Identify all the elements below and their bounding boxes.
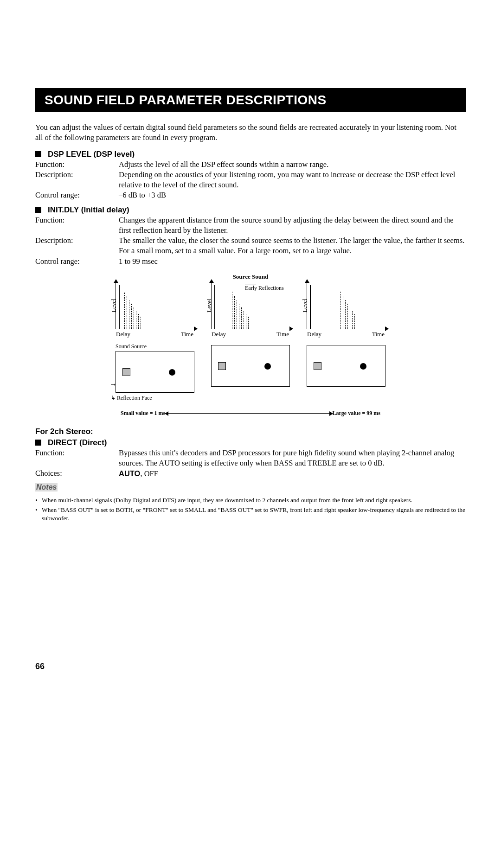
early-reflections-label: Early Reflections — [245, 281, 290, 291]
axis-level-label: Level — [301, 299, 308, 313]
manual-page: SOUND FIELD PARAMETER DESCRIPTIONS You c… — [0, 0, 501, 699]
label-function: Function: — [35, 160, 119, 170]
label-description: Description: — [35, 236, 119, 256]
param-dsp-description-row: Description: Depending on the acoustics … — [35, 170, 466, 191]
param-initdly-range-row: Control range: 1 to 99 msec — [35, 256, 466, 267]
value-function: Adjusts the level of all the DSP effect … — [119, 160, 466, 170]
initdly-diagram: Source Sound Level Delay Time — [107, 273, 394, 417]
param-dsp-function-row: Function: Adjusts the level of all the D… — [35, 160, 466, 170]
listener-icon — [264, 363, 271, 370]
axis-time-label: Time — [276, 331, 289, 338]
axis-delay-label: Delay — [307, 331, 321, 338]
square-bullet-icon — [35, 440, 41, 446]
label-range: Control range: — [35, 256, 119, 267]
note-item: When multi-channel signals (Dolby Digita… — [35, 496, 466, 504]
speaker-icon — [122, 368, 130, 376]
room-box-medium — [211, 345, 290, 387]
label-function: Function: — [35, 215, 119, 236]
sound-source-caption: Sound Source — [116, 343, 194, 350]
axis-time-label: Time — [181, 331, 193, 338]
axis-level-label: Level — [110, 299, 117, 313]
notes-header: Notes — [35, 483, 58, 491]
listener-icon — [169, 369, 175, 376]
value-choices: AUTO, OFF — [119, 468, 466, 479]
room-boxes-row: Sound Source → ↳ Reflection Face — [107, 329, 394, 402]
chart-small-delay: Level Delay Time — [116, 282, 194, 329]
chart-large-delay: Level Delay Time — [307, 282, 385, 329]
room-box-small: → — [116, 351, 194, 393]
speaker-icon — [314, 362, 321, 370]
intro-text: You can adjust the values of certain dig… — [35, 122, 466, 143]
reflection-arrow-icon: → — [109, 380, 117, 389]
room-box-large — [307, 345, 385, 387]
value-range-arrow: Small value = 1 ms Large value = 99 ms — [121, 410, 380, 417]
chart-medium-delay: Level Early Reflections Delay Time — [211, 282, 290, 329]
page-title: SOUND FIELD PARAMETER DESCRIPTIONS — [35, 88, 466, 112]
value-range: 1 to 99 msec — [119, 256, 466, 267]
param-initdly-description-row: Description: The smaller the value, the … — [35, 236, 466, 256]
param-direct-function-row: Function: Bypasses this unit's decoders … — [35, 448, 466, 469]
axis-level-label: Level — [206, 299, 213, 313]
value-function: Changes the apparent distance from the s… — [119, 215, 466, 236]
charts-row: Level Delay Time Level — [107, 282, 394, 329]
diagram-source-sound-label: Source Sound — [107, 273, 394, 281]
value-description: Depending on the acoustics of your liste… — [119, 170, 466, 191]
value-function: Bypasses this unit's decoders and DSP pr… — [119, 448, 466, 469]
notes-list: When multi-channel signals (Dolby Digita… — [35, 496, 466, 523]
page-number: 66 — [35, 662, 466, 671]
square-bullet-icon — [35, 151, 41, 157]
param-dsp-title-text: DSP LEVEL (DSP level) — [48, 150, 135, 159]
speaker-icon — [218, 362, 226, 370]
label-choices: Choices: — [35, 468, 119, 479]
axis-time-label: Time — [372, 331, 385, 338]
square-bullet-icon — [35, 207, 41, 213]
small-value-label: Small value = 1 ms — [121, 410, 165, 417]
large-value-label: Large value = 99 ms — [333, 410, 381, 417]
double-arrow-icon — [168, 413, 329, 414]
axis-delay-label: Delay — [116, 331, 130, 338]
param-initdly-title: INIT.DLY (Initial delay) — [35, 205, 466, 215]
param-direct-title: DIRECT (Direct) — [35, 438, 466, 447]
axis-delay-label: Delay — [212, 331, 226, 338]
param-dsp-title: DSP LEVEL (DSP level) — [35, 150, 466, 159]
param-initdly-function-row: Function: Changes the apparent distance … — [35, 215, 466, 236]
param-direct-choices-row: Choices: AUTO, OFF — [35, 468, 466, 479]
param-direct-title-text: DIRECT (Direct) — [48, 438, 107, 447]
label-function: Function: — [35, 448, 119, 469]
value-range: –6 dB to +3 dB — [119, 190, 466, 200]
label-description: Description: — [35, 170, 119, 191]
label-range: Control range: — [35, 190, 119, 200]
param-initdly-title-text: INIT.DLY (Initial delay) — [48, 205, 129, 214]
listener-icon — [360, 363, 366, 370]
note-item: When "BASS OUT" is set to BOTH, or "FRON… — [35, 506, 466, 523]
param-dsp-range-row: Control range: –6 dB to +3 dB — [35, 190, 466, 200]
reflection-face-caption: ↳ Reflection Face — [111, 395, 194, 402]
value-description: The smaller the value, the closer the so… — [119, 236, 466, 256]
section-2ch-stereo: For 2ch Stereo: — [35, 427, 466, 436]
